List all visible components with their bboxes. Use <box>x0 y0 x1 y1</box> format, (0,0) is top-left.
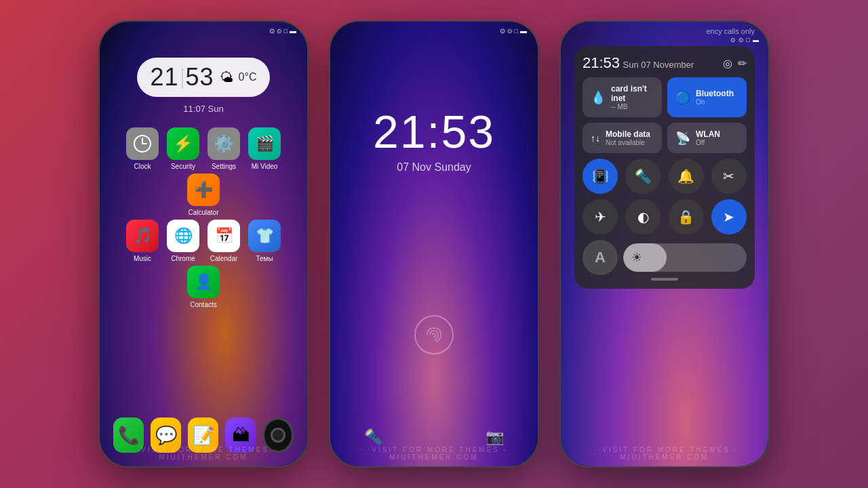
chrome-app-label: Chrome <box>171 255 195 262</box>
control-time: 21:53 <box>583 54 620 71</box>
app-clock[interactable]: Clock <box>124 127 161 170</box>
music-app-label: Music <box>134 255 151 262</box>
mivideo-app-icon[interactable]: 🎬 <box>248 127 281 160</box>
control-header: 21:53 Sun 07 November ◎ ✏ <box>583 54 747 72</box>
app-contacts[interactable]: 👤 Contacts <box>185 266 222 308</box>
mobile-data-icon: 💧 <box>591 90 606 105</box>
mivideo-app-label: Mi Video <box>252 163 278 170</box>
calculator-app-icon[interactable]: ➕ <box>187 174 220 206</box>
battery-icon: ▬ <box>290 27 296 35</box>
status-bar-2: ⊙ ⊙ □ ▬ <box>330 22 538 37</box>
lock-date: 07 Nov Sunday <box>330 161 538 174</box>
app-chrome[interactable]: 🌐 Chrome <box>165 220 202 262</box>
contacts-app-label: Contacts <box>190 301 216 308</box>
tile-wlan[interactable]: 📡 WLAN Off <box>667 123 747 153</box>
clock-app-label: Clock <box>134 163 151 170</box>
bt-icon-2: ⊙ <box>500 27 505 35</box>
phone-3-screen: ency calls only ⊙ ⊙ □ ▬ 21:53 Sun 07 Nov… <box>561 22 768 466</box>
tile-mobile-data-2-info: Mobile data Not available <box>606 129 654 146</box>
tile-mobile-data[interactable]: 💧 card isn't inet -- MB <box>583 77 662 117</box>
toggle-contrast[interactable]: ◐ <box>625 199 660 235</box>
clock-app-icon[interactable] <box>126 127 159 160</box>
calendar-app-icon[interactable]: 📅 <box>208 220 240 252</box>
themes-app-label: Темы <box>256 255 273 262</box>
signal-icon: ⊙ <box>277 28 282 35</box>
app-calendar[interactable]: 📅 Calendar <box>205 220 243 262</box>
app-settings[interactable]: ⚙️ Settings <box>205 127 243 170</box>
phone-3: ency calls only ⊙ ⊙ □ ▬ 21:53 Sun 07 Nov… <box>559 20 770 468</box>
tile-mobile-subtitle: -- MB <box>611 103 654 110</box>
bluetooth-icon: ⊙ <box>269 27 275 35</box>
app-grid-row1: Clock ⚡ Security ⚙️ Settings 🎬 <box>100 127 307 216</box>
edit-icon[interactable]: ✏ <box>738 57 747 70</box>
clock-widget: 2153 🌤 0°C <box>137 58 271 97</box>
lock-time: 21:53 <box>330 105 538 158</box>
toggle-notifications[interactable]: 🔔 <box>669 159 704 194</box>
status-wifi-3: □ <box>747 37 750 43</box>
phone-1: ⊙ ⊙ □ ▬ 2153 🌤 0°C 11:07 Sun <box>98 20 309 468</box>
weather-icon: 🌤 <box>220 70 233 85</box>
security-app-icon[interactable]: ⚡ <box>167 127 199 160</box>
camera-icon-lock[interactable]: 📷 <box>486 428 504 446</box>
toggle-lock[interactable]: 🔒 <box>669 199 704 235</box>
control-day: Sun 07 November <box>623 60 694 70</box>
temperature: 0°C <box>239 71 257 83</box>
tile-wlan-info: WLAN Off <box>696 129 738 146</box>
app-mivideo[interactable]: 🎬 Mi Video <box>246 127 283 170</box>
tile-bt-title: Bluetooth <box>696 89 738 98</box>
tile-wlan-title: WLAN <box>696 129 738 139</box>
fingerprint-area[interactable] <box>414 314 454 358</box>
brightness-fill: ☀ <box>623 243 667 272</box>
control-panel: 21:53 Sun 07 November ◎ ✏ 💧 <box>574 46 755 289</box>
brightness-slider[interactable]: ☀ <box>623 243 747 272</box>
toggle-row-2: ✈ ◐ 🔒 ➤ <box>583 199 747 235</box>
calendar-app-label: Calendar <box>210 255 238 262</box>
phone-2-screen: ⊙ ⊙ □ ▬ 21:53 07 Nov Sunday <box>330 22 538 466</box>
toggle-airplane[interactable]: ✈ <box>583 199 618 235</box>
status-bt-3: ⊙ <box>730 37 736 43</box>
settings-app-icon[interactable]: ⚙️ <box>208 127 240 160</box>
brightness-control-icon[interactable]: ◎ <box>723 57 732 70</box>
phone-2-bg: ⊙ ⊙ □ ▬ 21:53 07 Nov Sunday <box>330 22 538 466</box>
svg-point-3 <box>415 316 453 354</box>
wlan-icon: 📡 <box>675 131 690 146</box>
control-header-icons: ◎ ✏ <box>723 57 747 70</box>
chrome-app-icon[interactable]: 🌐 <box>167 220 199 252</box>
contacts-app-icon[interactable]: 👤 <box>187 266 220 298</box>
toggle-screenshot[interactable]: ✂ <box>711 159 747 194</box>
watermark-2: ···VISIT FOR MORE THEMES - MIUITHEMER.CO… <box>330 446 538 461</box>
status-sig-3: ⊙ <box>738 37 744 43</box>
app-calculator[interactable]: ➕ Calculator <box>185 174 222 216</box>
toggle-vibrate[interactable]: 📳 <box>583 159 618 194</box>
bluetooth-tile-icon: 🔵 <box>675 90 690 105</box>
app-security[interactable]: ⚡ Security <box>165 127 202 170</box>
tile-bluetooth[interactable]: 🔵 Bluetooth On <box>667 77 747 117</box>
status-bar-1: ⊙ ⊙ □ ▬ <box>100 22 307 37</box>
status-icons-2: ⊙ ⊙ □ ▬ <box>500 27 527 35</box>
tile-grid: 💧 card isn't inet -- MB 🔵 Bluetooth On <box>583 77 747 153</box>
flashlight-icon[interactable]: 🔦 <box>364 428 382 446</box>
tile-bluetooth-info: Bluetooth On <box>696 89 738 106</box>
lock-bottom-bar: 🔦 📷 <box>330 428 538 446</box>
toggle-location[interactable]: ➤ <box>711 199 747 235</box>
app-themes[interactable]: 👕 Темы <box>246 220 283 262</box>
status-bat-3: ▬ <box>753 37 759 43</box>
toggle-flashlight[interactable]: 🔦 <box>625 159 660 194</box>
toggle-row-1: 📳 🔦 🔔 ✂ <box>583 159 747 194</box>
signal-icon-2: ⊙ <box>507 28 513 35</box>
music-app-icon[interactable]: 🎵 <box>126 220 159 252</box>
tile-mobile-data-info: card isn't inet -- MB <box>611 84 654 110</box>
avatar[interactable]: A <box>583 240 618 275</box>
tile-bt-subtitle: On <box>696 98 738 106</box>
wifi-icon: □ <box>284 28 288 35</box>
settings-app-label: Settings <box>212 163 236 170</box>
calculator-app-label: Calculator <box>188 209 218 216</box>
wifi-icon-2: □ <box>515 28 518 35</box>
brightness-row: A ☀ <box>583 240 747 275</box>
mobile-data-icon-2: ↑↓ <box>591 133 600 144</box>
tile-wlan-subtitle: Off <box>696 139 738 146</box>
tile-mobile-data-2[interactable]: ↑↓ Mobile data Not available <box>583 123 662 153</box>
app-music[interactable]: 🎵 Music <box>124 220 161 262</box>
themes-app-icon[interactable]: 👕 <box>248 220 281 252</box>
watermark-3: ···VISIT FOR MORE THEMES - MIUITHEMER.CO… <box>561 446 768 461</box>
